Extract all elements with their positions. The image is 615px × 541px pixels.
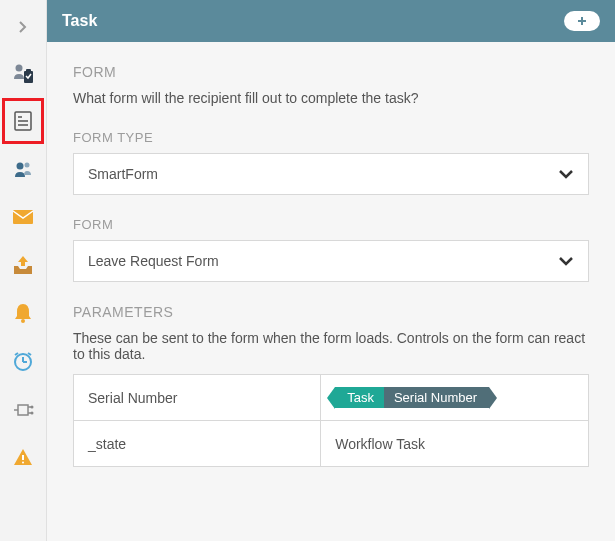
- badge-field: Serial Number: [384, 387, 489, 408]
- svg-point-0: [16, 65, 23, 72]
- sidebar-item-deadline[interactable]: [2, 340, 44, 382]
- parameters-table: Serial Number Task Serial Number _state …: [73, 374, 589, 467]
- svg-line-14: [15, 353, 18, 355]
- form-section-label: FORM: [73, 64, 589, 80]
- form-type-select[interactable]: SmartForm: [73, 153, 589, 195]
- sidebar: [0, 0, 47, 541]
- warning-icon: [12, 447, 34, 467]
- sidebar-item-user-task[interactable]: [2, 52, 44, 94]
- svg-point-8: [25, 163, 30, 168]
- main-panel: Task FORM What form will the recipient f…: [47, 0, 615, 541]
- form-highlight: [2, 98, 44, 144]
- svg-rect-2: [26, 69, 31, 72]
- sidebar-item-actions[interactable]: [2, 388, 44, 430]
- form-type-label: FORM TYPE: [73, 130, 589, 145]
- form-select[interactable]: Leave Request Form: [73, 240, 589, 282]
- users-icon: [11, 157, 35, 181]
- svg-rect-9: [13, 210, 33, 224]
- table-row[interactable]: Serial Number Task Serial Number: [74, 375, 589, 421]
- param-value-cell: Task Serial Number: [321, 375, 589, 421]
- form-select-value: Leave Request Form: [88, 253, 219, 269]
- panel-title: Task: [62, 12, 97, 30]
- outbox-icon: [12, 254, 34, 276]
- param-name: _state: [74, 421, 321, 467]
- sidebar-item-outbox[interactable]: [2, 244, 44, 286]
- sidebar-item-error[interactable]: [2, 436, 44, 478]
- sidebar-item-reminder[interactable]: [2, 292, 44, 334]
- svg-line-15: [28, 353, 31, 355]
- bell-icon: [13, 302, 33, 324]
- document-icon: [12, 110, 34, 132]
- parameters-label: PARAMETERS: [73, 304, 589, 320]
- svg-point-23: [22, 462, 24, 464]
- form-description: What form will the recipient fill out to…: [73, 90, 589, 106]
- add-button[interactable]: [564, 11, 600, 31]
- sidebar-item-email[interactable]: [2, 196, 44, 238]
- table-row[interactable]: _state Workflow Task: [74, 421, 589, 467]
- panel-header: Task: [47, 0, 615, 42]
- collapse-toggle[interactable]: [2, 8, 44, 46]
- parameters-description: These can be sent to the form when the f…: [73, 330, 589, 362]
- chevron-right-icon: [16, 20, 30, 34]
- form-type-value: SmartForm: [88, 166, 158, 182]
- svg-point-21: [31, 412, 34, 415]
- clock-icon: [12, 350, 34, 372]
- add-icon: [574, 15, 590, 27]
- param-badge[interactable]: Task Serial Number: [335, 387, 489, 408]
- svg-point-20: [31, 406, 34, 409]
- user-clipboard-icon: [11, 61, 35, 85]
- chevron-down-icon: [558, 256, 574, 266]
- param-name: Serial Number: [74, 375, 321, 421]
- svg-rect-16: [18, 405, 28, 415]
- envelope-icon: [12, 209, 34, 225]
- sidebar-item-form[interactable]: [2, 100, 44, 142]
- content-area: FORM What form will the recipient fill o…: [47, 42, 615, 489]
- badge-context: Task: [335, 387, 384, 408]
- svg-point-10: [21, 319, 25, 323]
- svg-point-7: [17, 163, 24, 170]
- form-select-label: FORM: [73, 217, 589, 232]
- actions-icon: [12, 399, 34, 419]
- chevron-down-icon: [558, 169, 574, 179]
- param-value: Workflow Task: [321, 421, 589, 467]
- sidebar-item-recipients[interactable]: [2, 148, 44, 190]
